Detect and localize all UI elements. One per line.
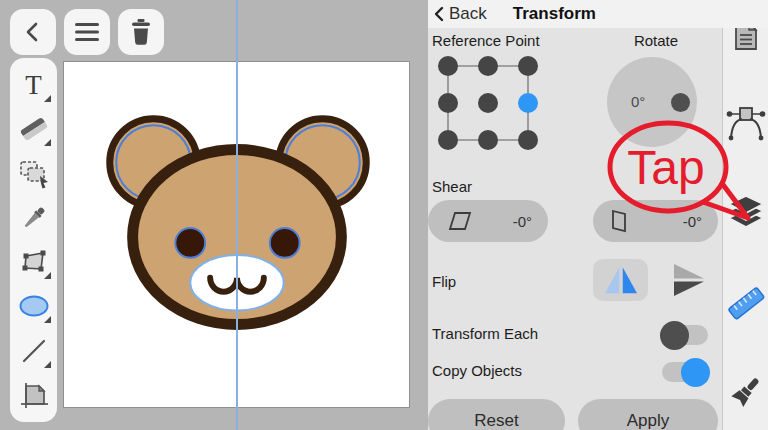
right-icon-strip: [722, 0, 768, 430]
copy-objects-toggle[interactable]: [662, 362, 708, 382]
text-tool-icon: T: [25, 72, 42, 99]
flip-horizontal-icon: [601, 264, 641, 296]
shear-horizontal-field[interactable]: -0°: [428, 200, 548, 242]
toggle-knob[interactable]: [660, 321, 689, 350]
duplicate-icon: [18, 159, 50, 189]
shear-vertical-field[interactable]: -0°: [593, 200, 718, 242]
ruler-button[interactable]: [723, 284, 768, 322]
chevron-left-icon: [432, 6, 446, 22]
ref-point-middle-left[interactable]: [438, 93, 458, 113]
ruler-icon: [726, 284, 766, 322]
reference-point-label: Reference Point: [432, 32, 540, 49]
rotate-dial-knob[interactable]: [671, 93, 690, 112]
trash-icon: [129, 19, 153, 45]
tool-variant-indicator: [44, 139, 51, 146]
tool-variant-indicator: [44, 95, 51, 102]
ref-point-bottom-right[interactable]: [518, 130, 538, 150]
ref-point-middle-right-selected[interactable]: [518, 93, 538, 113]
transform-each-toggle[interactable]: [662, 325, 708, 345]
copy-objects-label: Copy Objects: [432, 362, 522, 379]
shear-horizontal-icon: [444, 210, 472, 232]
ellipse-tool-icon: [18, 294, 50, 318]
panel-back-button[interactable]: Back: [432, 4, 487, 24]
brush-icon: [728, 374, 764, 410]
flip-vertical-button[interactable]: [668, 261, 710, 299]
eyedropper-icon: [20, 204, 48, 232]
trash-button[interactable]: [118, 9, 164, 55]
bear-left-eye[interactable]: [175, 228, 205, 258]
toggle-knob[interactable]: [681, 358, 710, 387]
layers-button[interactable]: [723, 196, 768, 228]
shear-vertical-icon: [609, 208, 629, 234]
app-window: T: [0, 0, 768, 430]
back-label: Back: [449, 4, 487, 24]
ref-point-center[interactable]: [478, 93, 498, 113]
tool-eyedropper[interactable]: [16, 201, 52, 235]
transform-panel: Reference Point Rotate 0° She: [428, 28, 722, 430]
tool-variant-indicator: [44, 361, 51, 368]
ref-point-top-right[interactable]: [518, 56, 538, 76]
ref-point-bottom-left[interactable]: [438, 130, 458, 150]
flip-label: Flip: [432, 273, 456, 290]
tool-duplicate[interactable]: [16, 157, 52, 191]
tool-ellipse-active[interactable]: [16, 289, 52, 323]
tool-artboard[interactable]: [16, 378, 52, 412]
reference-point-grid[interactable]: [434, 50, 554, 154]
tool-variant-indicator: [44, 272, 51, 279]
rotate-value: 0°: [631, 93, 645, 110]
transform-each-label: Transform Each: [432, 325, 538, 342]
ref-point-top-center[interactable]: [478, 56, 498, 76]
flip-vertical-icon: [670, 262, 708, 298]
tool-variant-indicator: [44, 316, 51, 323]
artboard-icon: [18, 380, 50, 410]
tool-node-select[interactable]: [16, 245, 52, 279]
bezier-node-button[interactable]: [723, 105, 768, 141]
tool-eraser[interactable]: [16, 112, 52, 146]
tool-line[interactable]: [16, 334, 52, 368]
menu-button[interactable]: [64, 9, 110, 55]
ref-point-top-left[interactable]: [438, 56, 458, 76]
hamburger-menu-icon: [74, 22, 100, 42]
layers-icon: [728, 196, 764, 228]
brush-button[interactable]: [723, 374, 768, 410]
right-panel: Back Transform Reference Point Rotate: [428, 0, 768, 430]
tool-text[interactable]: T: [16, 68, 52, 102]
shear-label: Shear: [432, 178, 472, 195]
ref-point-bottom-center[interactable]: [478, 130, 498, 150]
tool-palette: T: [10, 58, 57, 422]
panel-header: Back Transform: [428, 0, 768, 28]
chevron-left-icon: [22, 21, 44, 43]
bear-right-eye[interactable]: [270, 228, 300, 258]
flip-horizontal-button[interactable]: [593, 259, 648, 301]
back-button[interactable]: [10, 9, 56, 55]
bezier-node-icon: [726, 105, 766, 141]
rotate-label: Rotate: [618, 32, 694, 49]
shear-vertical-value: -0°: [683, 213, 702, 230]
vertical-guide-line[interactable]: [236, 0, 238, 430]
rotate-dial[interactable]: 0°: [607, 57, 697, 147]
panel-title: Transform: [513, 4, 596, 24]
shear-horizontal-value: -0°: [513, 213, 532, 230]
apply-button[interactable]: Apply: [578, 399, 718, 430]
reset-button[interactable]: Reset: [428, 399, 565, 430]
